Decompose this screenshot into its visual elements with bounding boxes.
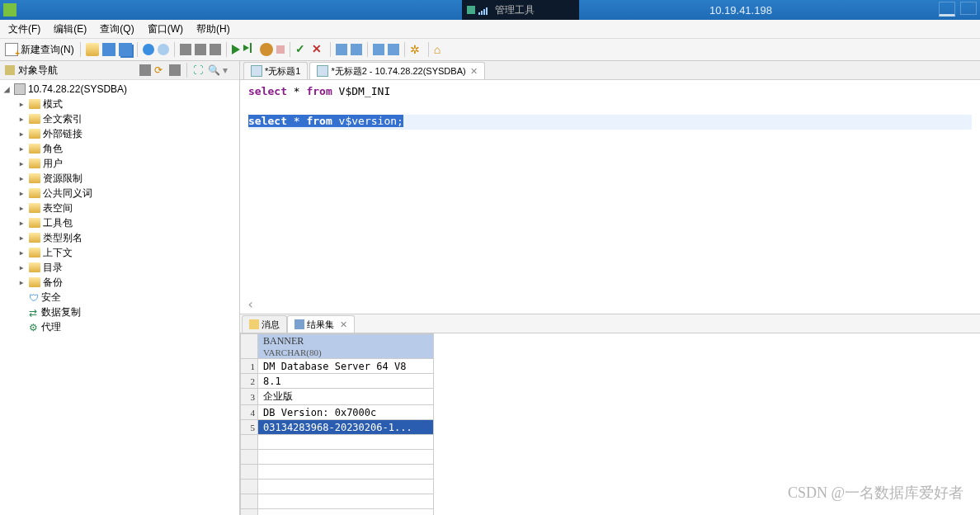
tree-item[interactable]: ▸角色 xyxy=(0,141,239,156)
separator xyxy=(428,42,429,57)
expand-icon[interactable]: ▸ xyxy=(16,276,26,288)
expand-icon[interactable]: ▸ xyxy=(16,98,26,110)
expand-icon[interactable]: ▸ xyxy=(16,247,26,258)
expand-icon[interactable]: ▸ xyxy=(16,143,26,154)
debug-icon[interactable] xyxy=(260,43,273,56)
expand-icon[interactable]: ▸ xyxy=(16,232,26,243)
editor-tab-2[interactable]: *无标题2 - 10.74.28.22(SYSDBA) ✕ xyxy=(309,62,484,79)
home-icon[interactable]: ⌂ xyxy=(434,43,447,56)
minimize-button[interactable] xyxy=(939,2,955,17)
row-number: 4 xyxy=(241,405,258,420)
close-icon[interactable]: ✕ xyxy=(340,319,347,330)
tree-item[interactable]: ▸用户 xyxy=(0,156,239,171)
tab-resultset[interactable]: 结果集✕ xyxy=(287,315,355,333)
folder-icon xyxy=(29,277,40,287)
tree-item[interactable]: ▸上下文 xyxy=(0,245,239,260)
menu-window[interactable]: 窗口(W) xyxy=(143,21,188,38)
expand-icon[interactable]: ◢ xyxy=(2,83,12,95)
filter-icon[interactable] xyxy=(169,64,181,76)
sidebar-header: 对象导航 ⟳ ⛶ 🔍 ▾ xyxy=(0,61,239,80)
tool-icon-7[interactable] xyxy=(388,44,399,55)
expand-icon[interactable]: ▸ xyxy=(16,128,26,139)
tree-item[interactable]: ▸外部链接 xyxy=(0,126,239,141)
settings-icon[interactable]: ✲ xyxy=(410,43,423,56)
folder-icon xyxy=(29,233,40,243)
tree-item[interactable]: ▸备份 xyxy=(0,275,239,290)
maximize-button[interactable] xyxy=(960,2,977,15)
expand-icon[interactable]: ▸ xyxy=(16,217,26,229)
table-row[interactable]: 4DB Version: 0x7000c xyxy=(241,405,434,420)
open-icon[interactable] xyxy=(86,43,99,56)
column-header[interactable]: BANNER VARCHAR(80) xyxy=(258,334,434,359)
expand-icon[interactable]: ▸ xyxy=(16,262,26,273)
table-row-empty xyxy=(241,509,434,516)
table-row[interactable]: 1DM Database Server 64 V8 xyxy=(241,359,434,374)
separator xyxy=(367,42,368,57)
table-row[interactable]: 28.1 xyxy=(241,374,434,389)
table-row[interactable]: 3企业版 xyxy=(241,389,434,405)
folder-icon xyxy=(29,188,40,198)
tree-item-label: 表空间 xyxy=(43,201,73,215)
table-row-empty xyxy=(241,494,434,509)
expand-icon[interactable]: ▸ xyxy=(16,113,26,125)
tree-item[interactable]: ▸全文索引 xyxy=(0,111,239,126)
expand-icon[interactable]: ▸ xyxy=(16,172,26,184)
tree-item[interactable]: ▸模式 xyxy=(0,97,239,111)
message-icon xyxy=(249,319,259,329)
object-tree[interactable]: ◢ 10.74.28.22(SYSDBA) ▸模式▸全文索引▸外部链接▸角色▸用… xyxy=(0,80,239,515)
collapse-icon[interactable]: ⛶ xyxy=(193,64,205,76)
expand-icon[interactable]: ▸ xyxy=(16,202,26,214)
tab-label: 消息 xyxy=(261,319,280,331)
new-query-button[interactable]: 新建查询(N) xyxy=(3,42,76,58)
tool-icon-2[interactable] xyxy=(195,44,206,55)
tree-item[interactable]: ⇄数据复制 xyxy=(0,305,239,319)
save-all-icon[interactable] xyxy=(119,43,132,56)
menu-help[interactable]: 帮助(H) xyxy=(191,21,235,38)
redo-icon[interactable] xyxy=(158,44,169,55)
tool-icon-3[interactable] xyxy=(210,44,221,55)
tool-icon-4[interactable] xyxy=(336,44,347,55)
refresh-icon[interactable]: ⟳ xyxy=(154,64,166,76)
tree-item[interactable]: ▸公共同义词 xyxy=(0,186,239,201)
tab-label: 结果集 xyxy=(307,319,334,331)
rollback-icon[interactable]: ✕ xyxy=(312,43,325,56)
separator xyxy=(226,42,227,57)
tree-root[interactable]: ◢ 10.74.28.22(SYSDBA) xyxy=(0,82,239,97)
tool-icon-5[interactable] xyxy=(351,44,362,55)
tree-item[interactable]: ▸目录 xyxy=(0,260,239,275)
tool-icon-6[interactable] xyxy=(373,44,384,55)
tool-text: 管理工具 xyxy=(495,3,535,17)
stop-icon[interactable] xyxy=(276,45,285,54)
scroll-left-icon[interactable]: ‹ xyxy=(247,296,255,312)
close-icon[interactable]: ✕ xyxy=(470,66,478,77)
search-icon[interactable]: 🔍 xyxy=(208,64,219,76)
menu-edit[interactable]: 编辑(E) xyxy=(49,21,92,38)
commit-icon[interactable]: ✓ xyxy=(295,43,309,56)
tree-item[interactable]: ▸资源限制 xyxy=(0,171,239,186)
link-icon[interactable] xyxy=(139,64,151,76)
menu-file[interactable]: 文件(F) xyxy=(3,21,45,38)
tab-messages[interactable]: 消息 xyxy=(242,315,287,333)
table-row-empty xyxy=(241,465,434,480)
tool-icon-1[interactable] xyxy=(180,44,191,55)
sql-editor[interactable]: select * from V$DM_INI select * from v$v… xyxy=(240,80,980,314)
execute-step-icon[interactable] xyxy=(243,43,257,56)
tree-item[interactable]: ▸表空间 xyxy=(0,201,239,215)
save-icon[interactable] xyxy=(102,43,115,56)
tree-item[interactable]: ⚙代理 xyxy=(0,319,239,334)
editor-tab-1[interactable]: *无标题1 xyxy=(243,62,308,79)
table-row[interactable]: 503134283968-20230206-1... xyxy=(241,420,434,435)
table-row-empty xyxy=(241,480,434,494)
cell-value: 8.1 xyxy=(258,374,434,389)
execute-icon[interactable] xyxy=(232,45,240,54)
tab-label: *无标题1 xyxy=(265,65,300,78)
tree-item[interactable]: 🛡安全 xyxy=(0,290,239,305)
window-titlebar: 管理工具 10.19.41.198 xyxy=(0,0,980,20)
tree-item[interactable]: ▸类型别名 xyxy=(0,230,239,245)
menu-query[interactable]: 查询(Q) xyxy=(95,21,139,38)
expand-icon[interactable]: ▸ xyxy=(16,187,26,199)
undo-icon[interactable] xyxy=(143,44,154,55)
menu-icon[interactable]: ▾ xyxy=(223,64,234,76)
tree-item[interactable]: ▸工具包 xyxy=(0,215,239,230)
expand-icon[interactable]: ▸ xyxy=(16,158,26,169)
